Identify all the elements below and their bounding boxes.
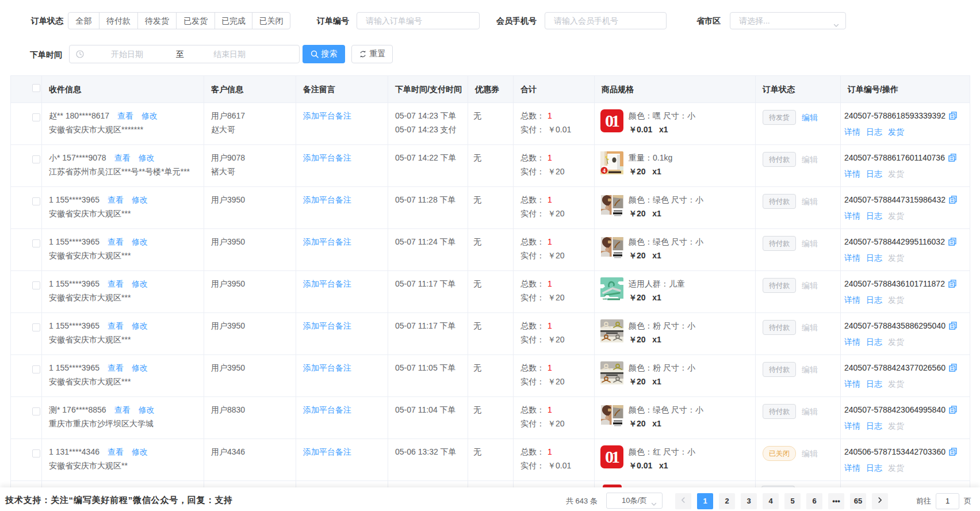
svg-text:4: 4	[603, 167, 606, 174]
svg-text:01: 01	[605, 447, 619, 466]
svg-text:ua: ua	[603, 297, 607, 300]
svg-text:01: 01	[605, 111, 619, 130]
